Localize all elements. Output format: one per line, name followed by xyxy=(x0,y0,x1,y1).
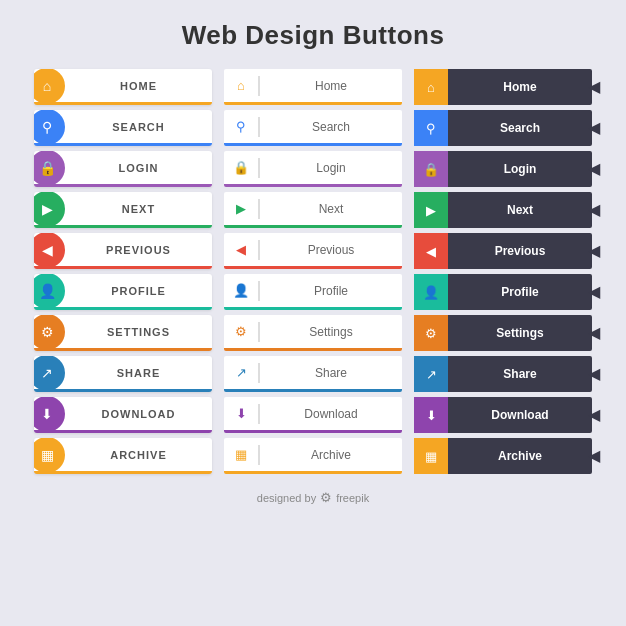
btn-style3-next[interactable]: ▶ Next xyxy=(414,192,592,228)
btn-style3-search[interactable]: ⚲ Search xyxy=(414,110,592,146)
btn-label: Home xyxy=(448,80,592,94)
next-icon: ▶ xyxy=(224,191,258,227)
btn-style2-settings[interactable]: ⚙ Settings xyxy=(224,315,402,351)
btn-style1-home[interactable]: ⌂ HOME xyxy=(34,69,212,105)
footer-text: designed by xyxy=(257,492,316,504)
btn-style1-download[interactable]: ⬇ DOWNLOAD xyxy=(34,397,212,433)
btn-style2-next[interactable]: ▶ Next xyxy=(224,192,402,228)
profile-icon: 👤 xyxy=(224,273,258,309)
btn-style2-profile[interactable]: 👤 Profile xyxy=(224,274,402,310)
btn-style2-share[interactable]: ↗ Share xyxy=(224,356,402,392)
btn-label: SHARE xyxy=(65,367,212,379)
btn-style2-home[interactable]: ⌂ Home xyxy=(224,69,402,105)
footer: designed by ⚙ freepik xyxy=(257,490,369,505)
btn-label: Profile xyxy=(448,285,592,299)
btn-style1-login[interactable]: 🔒 LOGIN xyxy=(34,151,212,187)
footer-brand: freepik xyxy=(336,492,369,504)
btn-label: Archive xyxy=(448,449,592,463)
btn-label: Login xyxy=(260,161,402,175)
btn-label: Settings xyxy=(260,325,402,339)
page-title: Web Design Buttons xyxy=(182,20,445,51)
btn-label: NEXT xyxy=(65,203,212,215)
btn-label: PREVIOUS xyxy=(65,244,212,256)
profile-icon: 👤 xyxy=(414,274,448,310)
previous-icon: ◀ xyxy=(34,233,65,268)
btn-label: Home xyxy=(260,79,402,93)
next-icon: ▶ xyxy=(34,192,65,227)
btn-style1-archive[interactable]: ▦ ARCHIVE xyxy=(34,438,212,474)
btn-style2-previous[interactable]: ◀ Previous xyxy=(224,233,402,269)
home-icon: ⌂ xyxy=(34,69,65,104)
search-icon: ⚲ xyxy=(34,110,65,145)
btn-label: Archive xyxy=(260,448,402,462)
btn-style1-next[interactable]: ▶ NEXT xyxy=(34,192,212,228)
freepik-logo-icon: ⚙ xyxy=(320,490,332,505)
buttons-grid: ⌂ HOME ⚲ SEARCH 🔒 LOGIN ▶ NEXT ◀ PREVIOU… xyxy=(10,69,616,474)
btn-label: SEARCH xyxy=(65,121,212,133)
btn-style1-previous[interactable]: ◀ PREVIOUS xyxy=(34,233,212,269)
btn-style1-settings[interactable]: ⚙ SETTINGS xyxy=(34,315,212,351)
home-icon: ⌂ xyxy=(414,69,448,105)
previous-icon: ◀ xyxy=(414,233,448,269)
btn-style3-share[interactable]: ↗ Share xyxy=(414,356,592,392)
btn-style1-search[interactable]: ⚲ SEARCH xyxy=(34,110,212,146)
btn-label: Search xyxy=(260,120,402,134)
btn-style3-archive[interactable]: ▦ Archive xyxy=(414,438,592,474)
search-icon: ⚲ xyxy=(224,109,258,145)
btn-style1-share[interactable]: ↗ SHARE xyxy=(34,356,212,392)
btn-label: Previous xyxy=(448,244,592,258)
next-icon: ▶ xyxy=(414,192,448,228)
share-icon: ↗ xyxy=(34,356,65,391)
btn-label: Profile xyxy=(260,284,402,298)
archive-icon: ▦ xyxy=(34,438,65,473)
btn-style3-download[interactable]: ⬇ Download xyxy=(414,397,592,433)
btn-label: Search xyxy=(448,121,592,135)
btn-label: Settings xyxy=(448,326,592,340)
btn-label: LOGIN xyxy=(65,162,212,174)
download-icon: ⬇ xyxy=(414,397,448,433)
btn-style2-search[interactable]: ⚲ Search xyxy=(224,110,402,146)
btn-label: SETTINGS xyxy=(65,326,212,338)
btn-label: Next xyxy=(448,203,592,217)
settings-icon: ⚙ xyxy=(224,314,258,350)
settings-icon: ⚙ xyxy=(34,315,65,350)
btn-style2-download[interactable]: ⬇ Download xyxy=(224,397,402,433)
btn-label: Share xyxy=(448,367,592,381)
search-icon: ⚲ xyxy=(414,110,448,146)
btn-label: DOWNLOAD xyxy=(65,408,212,420)
share-icon: ↗ xyxy=(224,355,258,391)
btn-style3-home[interactable]: ⌂ Home xyxy=(414,69,592,105)
btn-label: PROFILE xyxy=(65,285,212,297)
column-2: ⌂ Home ⚲ Search 🔒 Login ▶ Next ◀ Previou… xyxy=(224,69,402,474)
login-icon: 🔒 xyxy=(414,151,448,187)
btn-style2-archive[interactable]: ▦ Archive xyxy=(224,438,402,474)
login-icon: 🔒 xyxy=(34,151,65,186)
btn-label: ARCHIVE xyxy=(65,449,212,461)
btn-label: Download xyxy=(448,408,592,422)
btn-style2-login[interactable]: 🔒 Login xyxy=(224,151,402,187)
btn-label: Next xyxy=(260,202,402,216)
btn-label: Share xyxy=(260,366,402,380)
btn-label: Previous xyxy=(260,243,402,257)
btn-style3-login[interactable]: 🔒 Login xyxy=(414,151,592,187)
share-icon: ↗ xyxy=(414,356,448,392)
previous-icon: ◀ xyxy=(224,232,258,268)
btn-label: Download xyxy=(260,407,402,421)
column-3: ⌂ Home ⚲ Search 🔒 Login ▶ Next ◀ Previou… xyxy=(414,69,592,474)
column-1: ⌂ HOME ⚲ SEARCH 🔒 LOGIN ▶ NEXT ◀ PREVIOU… xyxy=(34,69,212,474)
btn-label: HOME xyxy=(65,80,212,92)
archive-icon: ▦ xyxy=(224,437,258,473)
btn-style3-settings[interactable]: ⚙ Settings xyxy=(414,315,592,351)
profile-icon: 👤 xyxy=(34,274,65,309)
download-icon: ⬇ xyxy=(224,396,258,432)
btn-style3-previous[interactable]: ◀ Previous xyxy=(414,233,592,269)
archive-icon: ▦ xyxy=(414,438,448,474)
download-icon: ⬇ xyxy=(34,397,65,432)
home-icon: ⌂ xyxy=(224,68,258,104)
login-icon: 🔒 xyxy=(224,150,258,186)
btn-style3-profile[interactable]: 👤 Profile xyxy=(414,274,592,310)
btn-style1-profile[interactable]: 👤 PROFILE xyxy=(34,274,212,310)
btn-label: Login xyxy=(448,162,592,176)
settings-icon: ⚙ xyxy=(414,315,448,351)
